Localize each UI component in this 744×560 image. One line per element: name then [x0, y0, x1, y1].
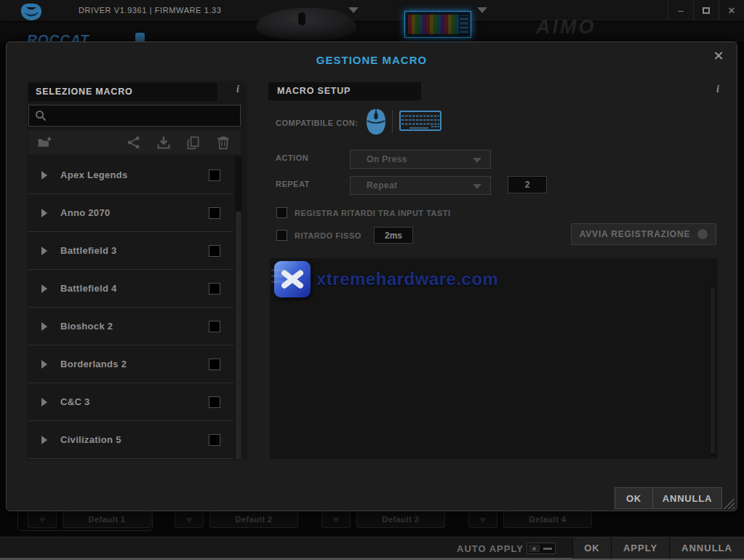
maximize-icon [703, 7, 710, 14]
keyboard-numpad [460, 15, 468, 33]
action-dropdown[interactable]: On Press [350, 150, 491, 169]
repeat-count-field[interactable]: 2 [508, 176, 547, 193]
app-header [0, 22, 744, 42]
dialog-ok-button[interactable]: OK [615, 488, 653, 508]
mouse-device-image[interactable] [256, 8, 356, 40]
apply-button-group: OK APPLY ANNULLA [572, 537, 744, 559]
app-window: DRIVER V1.9361 | FIRMWARE 1.33 – ✕ ROCCA… [0, 0, 744, 560]
fixed-delay-label: RITARDO FISSO [295, 231, 361, 240]
roccat-logo-icon [19, 2, 44, 21]
macro-checkbox[interactable] [209, 321, 220, 332]
dialog-cancel-button[interactable]: ANNULLA [653, 488, 721, 508]
profile-dropdown[interactable] [321, 511, 351, 528]
fixed-delay-field[interactable]: 2ms [374, 227, 413, 244]
import-icon[interactable] [156, 135, 171, 150]
auto-apply-toggle[interactable] [527, 543, 556, 554]
macro-group-name: Battlefield 3 [60, 245, 117, 256]
macro-toolbar [28, 130, 241, 154]
profile-name[interactable]: Default 1 [63, 511, 151, 528]
expand-arrow-icon[interactable] [41, 398, 47, 407]
compatible-with-label: COMPATIBILE CON: [276, 119, 358, 127]
macro-list-item[interactable]: Borderlands 2 [28, 345, 233, 383]
expand-arrow-icon[interactable] [41, 284, 47, 293]
title-bar: DRIVER V1.9361 | FIRMWARE 1.33 – ✕ [0, 0, 744, 22]
info-icon[interactable]: i [716, 84, 719, 95]
profile-slot: Default 4 [468, 511, 592, 528]
macro-content-area[interactable]: xtremehardware.com [270, 258, 718, 459]
profile-name[interactable]: Default 4 [503, 511, 592, 528]
content-scrollbar[interactable] [710, 286, 716, 456]
macro-checkbox[interactable] [209, 434, 220, 446]
expand-arrow-icon[interactable] [41, 171, 47, 180]
dialog-close-button[interactable]: ✕ [711, 48, 727, 64]
macro-checkbox[interactable] [209, 359, 220, 370]
aimo-wordmark: AIMO [536, 16, 596, 39]
ok-button[interactable]: OK [572, 537, 611, 559]
delete-icon[interactable] [216, 135, 231, 150]
profile-name[interactable]: Default 3 [356, 511, 445, 528]
macro-manager-dialog: GESTIONE MACRO ✕ SELEZIONE MACRO i [6, 41, 737, 511]
macro-list-item[interactable]: Civilization 5 [28, 421, 233, 459]
macro-checkbox[interactable] [209, 245, 220, 257]
profile-dropdown[interactable] [468, 511, 497, 528]
compat-divider [392, 110, 393, 133]
macro-group-name: Civilization 5 [60, 434, 121, 445]
minimize-button[interactable]: – [668, 0, 693, 20]
mouse-compat-icon [366, 108, 386, 135]
macro-checkbox[interactable] [209, 283, 220, 295]
macro-list: Apex Legends Anno 2070 Battlefield 3 [28, 156, 233, 459]
scrollbar-thumb[interactable] [711, 287, 715, 453]
info-icon[interactable]: i [236, 84, 239, 95]
scrollbar-thumb[interactable] [236, 212, 241, 459]
keyboard-rgb-keys [408, 15, 459, 34]
watermark: xtremehardware.com [274, 261, 498, 297]
close-window-button[interactable]: ✕ [719, 0, 744, 20]
macro-list-item[interactable]: Battlefield 4 [28, 270, 233, 308]
repeat-label: REPEAT [276, 180, 310, 188]
record-delays-checkbox[interactable] [276, 207, 287, 218]
profile-dropdown[interactable] [175, 511, 204, 528]
duplicate-icon[interactable] [186, 135, 201, 150]
macro-list-item[interactable]: C&C 3 [28, 383, 233, 421]
new-folder-icon[interactable] [37, 135, 52, 150]
expand-arrow-icon[interactable] [41, 322, 47, 331]
expand-arrow-icon[interactable] [41, 209, 47, 217]
macro-setup-header: MACRO SETUP [268, 82, 421, 100]
profile-slot: Default 3 [321, 511, 445, 528]
macro-list-scrollbar[interactable] [235, 156, 242, 459]
profile-name[interactable]: Default 2 [209, 511, 298, 528]
expand-arrow-icon[interactable] [41, 360, 47, 369]
window-controls: – ✕ [668, 0, 744, 20]
keyboard-device-image[interactable] [404, 11, 471, 38]
search-input[interactable] [51, 110, 233, 121]
start-recording-button[interactable]: AVVIA REGISTRAZIONE [571, 223, 716, 245]
record-icon [697, 229, 708, 239]
macro-checkbox[interactable] [209, 169, 220, 181]
resize-grip[interactable] [723, 499, 735, 509]
macro-checkbox[interactable] [209, 396, 220, 408]
repeat-dropdown[interactable]: Repeat [350, 176, 491, 195]
share-icon[interactable] [127, 135, 141, 150]
macro-group-name: Anno 2070 [60, 207, 110, 218]
macro-checkbox[interactable] [209, 207, 220, 219]
apply-button[interactable]: APPLY [611, 537, 669, 559]
maximize-button[interactable] [693, 0, 719, 20]
keyboard-dropdown-icon[interactable] [477, 7, 487, 13]
macro-list-item[interactable]: Bioshock 2 [28, 308, 233, 345]
macro-selection-header: SELEZIONE MACRO [28, 83, 217, 101]
macro-search-box[interactable] [28, 105, 241, 127]
bottom-action-bar: AUTO APPLY OK APPLY ANNULLA [0, 537, 744, 560]
keyboard-compat-icon [399, 111, 441, 131]
macro-list-item[interactable]: Battlefield 3 [28, 232, 233, 270]
macro-list-item[interactable]: Anno 2070 [28, 194, 233, 232]
watermark-x-icon [274, 261, 311, 297]
fixed-delay-checkbox[interactable] [276, 230, 287, 241]
expand-arrow-icon[interactable] [41, 436, 47, 444]
profile-dropdown[interactable] [28, 511, 57, 528]
mouse-dropdown-icon[interactable] [348, 7, 359, 13]
cancel-button[interactable]: ANNULLA [669, 537, 744, 559]
watermark-text: xtremehardware.com [316, 269, 498, 289]
expand-arrow-icon[interactable] [41, 247, 47, 255]
search-icon [35, 110, 47, 121]
macro-list-item[interactable]: Apex Legends [28, 156, 233, 194]
